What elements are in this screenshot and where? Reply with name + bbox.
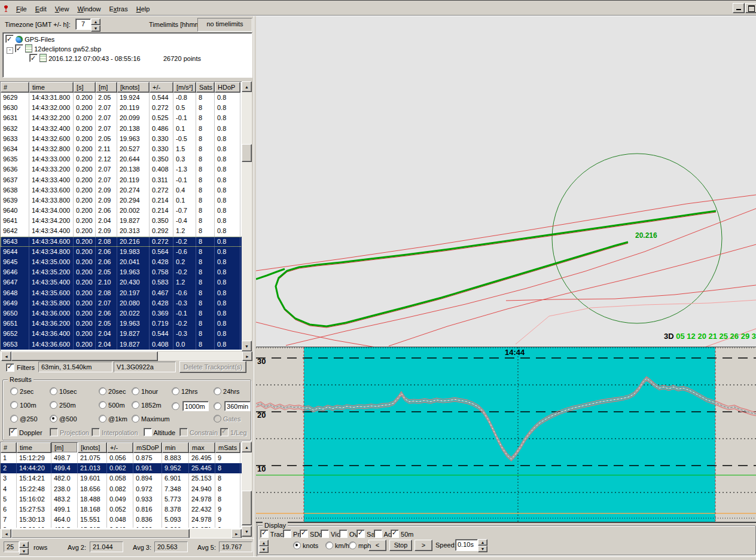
checkbox-1leg[interactable]: [220, 428, 228, 436]
radio-24hrs[interactable]: [214, 387, 221, 395]
radio-1000m[interactable]: [172, 402, 179, 410]
column-header-min[interactable]: min: [162, 442, 189, 453]
table-row[interactable]: 815:09:19499.515.2150.0491.0993.26620.97…: [1, 525, 242, 528]
custom-value-input[interactable]: 1000m: [182, 401, 209, 411]
stop-button[interactable]: Stop: [389, 540, 412, 551]
menu-help[interactable]: Help: [132, 4, 154, 14]
speed-graph[interactable]: 14:44 30 20 10: [256, 347, 756, 523]
table-row[interactable]: 964914:43:35.8000.2002.0720.0800.428-0.3…: [1, 298, 242, 308]
speed-spinner[interactable]: ▲▼: [478, 539, 487, 552]
radio-500[interactable]: [50, 415, 57, 423]
radio-20sec[interactable]: [99, 387, 106, 395]
table-row[interactable]: 964814:43:35.6000.2002.0820.1970.467-0.6…: [1, 288, 242, 298]
tree-item-session[interactable]: 2016.12.12 07:00:43 - 08:55:16 26720 poi…: [5, 54, 252, 63]
column-header-[interactable]: +/-: [150, 82, 173, 93]
checkbox-interpolation[interactable]: [92, 428, 100, 436]
table-row[interactable]: 963514:43:33.0000.2002.1220.6440.3500.38…: [1, 154, 242, 164]
timezone-input[interactable]: 7: [75, 19, 91, 30]
step-back-button[interactable]: <: [368, 540, 386, 551]
tree-checkbox-session[interactable]: [29, 54, 38, 62]
column-header-[interactable]: #: [1, 442, 17, 453]
display-checkbox-acc[interactable]: [374, 530, 382, 538]
table-row[interactable]: 963614:43:33.2000.2002.0720.1380.408-1.3…: [1, 164, 242, 175]
radio-250m[interactable]: [50, 401, 57, 409]
table-row[interactable]: 963214:43:32.4000.2002.0720.1380.4860.18…: [1, 124, 242, 134]
radio-250[interactable]: [10, 415, 18, 423]
table-row[interactable]: 715:30:13464.015.5510.0480.8365.09324.97…: [1, 515, 242, 525]
track-map[interactable]: 20.216 3D 05 12 20 21 25 26 29 3: [256, 16, 756, 348]
table-row[interactable]: 964714:43:35.4000.2002.1020.4300.5831.28…: [1, 277, 242, 287]
checkbox-doppler[interactable]: [9, 428, 17, 436]
table-row[interactable]: 964214:43:34.4000.2002.0920.3130.2921.28…: [1, 226, 242, 236]
menu-view[interactable]: View: [51, 4, 74, 14]
radio-10sec[interactable]: [50, 387, 57, 395]
delete-trackpoints-button[interactable]: Delete Trackpoint(s): [179, 361, 246, 373]
table-row[interactable]: 415:22:48238.018.6560.0820.9727.34824.94…: [1, 484, 242, 494]
radio-maximum[interactable]: [132, 415, 139, 423]
tree-item-root[interactable]: GPS-Files: [5, 35, 252, 44]
table-row[interactable]: 963814:43:33.6000.2002.0920.2740.2720.48…: [1, 185, 242, 195]
column-header-[interactable]: +/-: [107, 442, 133, 453]
table-row[interactable]: 963914:43:33.8000.2002.0920.2940.2140.18…: [1, 195, 242, 206]
display-checkbox-sdop[interactable]: [300, 530, 308, 538]
filters-checkbox[interactable]: [6, 363, 14, 372]
table-row[interactable]: 965314:43:36.6000.2002.0419.8270.4080.08…: [1, 339, 242, 350]
column-header-knots[interactable]: [knots]: [117, 82, 150, 93]
column-header-time[interactable]: time: [29, 82, 74, 93]
column-header-ms[interactable]: [m/s²]: [173, 82, 196, 93]
display-checkbox-50m[interactable]: [391, 530, 399, 538]
restore-button[interactable]: [745, 3, 756, 13]
trackpoint-table-vscrollbar[interactable]: ▲ ▼: [242, 81, 252, 350]
unit-radio-knots[interactable]: [293, 541, 301, 549]
radio-500m[interactable]: [99, 401, 106, 409]
column-header-s[interactable]: [s]: [74, 82, 96, 93]
step-forward-button[interactable]: >: [414, 540, 432, 551]
table-row[interactable]: 964514:43:35.0000.2002.0620.0410.4280.28…: [1, 257, 242, 267]
checkbox-projection[interactable]: [50, 428, 58, 436]
radio-gates[interactable]: [214, 415, 221, 423]
display-checkbox-ovl[interactable]: [339, 530, 347, 538]
table-row[interactable]: 965014:43:36.0000.2002.0620.0220.369-0.1…: [1, 308, 242, 319]
column-header-m[interactable]: [m]: [96, 82, 117, 93]
display-checkbox-tracks[interactable]: [260, 530, 269, 538]
table-row[interactable]: 214:44:20499.421.0130.0620.9919.95225.44…: [1, 463, 242, 473]
table-row[interactable]: 964614:43:35.2000.2002.0519.9630.758-0.2…: [1, 267, 242, 277]
tree-checkbox-file[interactable]: [15, 44, 23, 53]
tree-item-file[interactable]: - 12decliptons gw52.sbp: [5, 44, 252, 54]
display-checkbox-pnts[interactable]: [283, 530, 291, 538]
column-header-sats[interactable]: Sats: [196, 82, 215, 93]
table-row[interactable]: 963314:43:32.6000.2002.0519.9630.330-0.5…: [1, 134, 242, 144]
timezone-spinner[interactable]: ▲▼: [91, 19, 100, 32]
table-row[interactable]: 964014:43:34.0000.2002.0620.0020.214-0.7…: [1, 206, 242, 216]
menu-window[interactable]: Window: [73, 4, 105, 14]
column-header-hdop[interactable]: HDoP: [215, 82, 240, 93]
unit-radio-kmh[interactable]: [325, 541, 333, 549]
timelimits-value[interactable]: no timelimits: [197, 18, 252, 32]
column-header-[interactable]: #: [1, 82, 29, 93]
checkbox-constrain[interactable]: [179, 428, 188, 436]
column-header-knots[interactable]: [knots]: [78, 442, 107, 453]
table-row[interactable]: 963014:43:32.0000.2002.0720.1190.2720.58…: [1, 103, 242, 113]
table-row[interactable]: 615:27:53499.118.1680.0520.8168.37822.43…: [1, 504, 242, 515]
table-row[interactable]: 115:12:29498.721.0750.0560.8758.88326.49…: [1, 453, 242, 463]
table-row[interactable]: 963714:43:33.4000.2002.0720.1190.311-0.1…: [1, 175, 242, 185]
radio-1852m[interactable]: [132, 401, 139, 409]
menu-extras[interactable]: Extras: [105, 4, 132, 14]
checkbox-altitude[interactable]: [144, 428, 152, 436]
unit-radio-mph[interactable]: [349, 541, 356, 549]
custom-value-input[interactable]: 360min: [224, 401, 251, 411]
menu-file[interactable]: File: [12, 4, 31, 14]
minimize-button[interactable]: [733, 3, 745, 13]
table-row[interactable]: 963114:43:32.2000.2002.0720.0990.525-0.1…: [1, 113, 242, 123]
table-row[interactable]: 963414:43:32.8000.2002.1120.5270.3301.58…: [1, 144, 242, 154]
table-row[interactable]: 962914:43:31.8000.2002.0519.9240.544-0.8…: [1, 93, 242, 103]
rows-spinner[interactable]: ▲▼: [19, 541, 29, 555]
collapse-icon[interactable]: -: [7, 47, 13, 54]
table-row[interactable]: 965214:43:36.4000.2002.0419.8270.544-0.3…: [1, 329, 242, 339]
graph-zoom-spinner[interactable]: ▲▼: [259, 540, 269, 553]
tree-checkbox-root[interactable]: [5, 35, 14, 43]
column-header-msats[interactable]: mSats: [215, 442, 240, 453]
radio-100m[interactable]: [10, 401, 18, 409]
rows-count-input[interactable]: 25: [4, 541, 19, 552]
speed-interval-input[interactable]: 0.10s: [455, 539, 478, 551]
